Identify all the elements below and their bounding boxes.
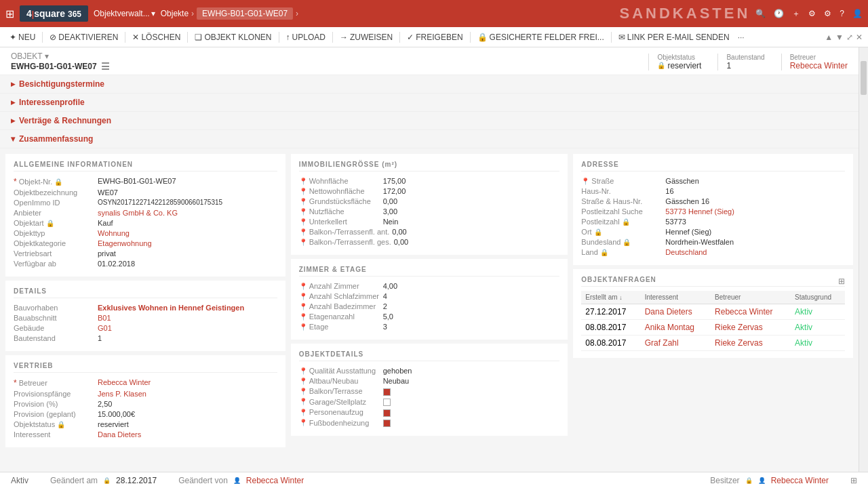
field-nettowohnflache: 📍 Nettowohnfläche 172,00 — [299, 187, 560, 195]
objektanfragen-title: OBJEKTANFRAGEN — [581, 276, 656, 286]
checkbox-checked-icon — [383, 409, 391, 417]
freigeben-button[interactable]: ✓ FREIGEBEN — [403, 31, 467, 43]
section-vertrage[interactable]: ▸ Verträge & Rechnungen — [0, 112, 859, 130]
field-wohnflache: 📍 Wohnfläche 175,00 — [299, 177, 560, 185]
balkon-checkbox[interactable] — [383, 387, 560, 396]
strasse-haus-nr-value: Gässchen 16 — [665, 197, 845, 205]
breadcrumb-current[interactable]: EWHG-B01-G01-WE07 — [197, 7, 293, 20]
chevron-down-icon[interactable]: ▾ — [45, 52, 49, 61]
link-email-button[interactable]: ✉ LINK PER E-MAIL SENDEN — [614, 31, 734, 43]
interessent-value[interactable]: Dana Dieters — [98, 430, 277, 439]
bautenstand-value: 1 — [726, 61, 764, 70]
field-badezimmer: 📍 Anzahl Badezimmer 2 — [299, 302, 560, 310]
section-zusammenfassung[interactable]: ▾ Zusammenfassung — [0, 130, 859, 148]
anbieter-value[interactable]: synalis GmbH & Co. KG — [98, 209, 277, 217]
section-interessenprofile[interactable]: ▸ Interessenprofile — [0, 94, 859, 112]
bauabschnitt-value[interactable]: B01 — [98, 314, 277, 322]
anfragen-table-header: Erstellt am ↓ Interessent Betreuer Statu… — [581, 291, 845, 304]
anfrage-date: 27.12.2017 — [581, 304, 640, 320]
zuweisen-button[interactable]: → ZUWEISEN — [336, 31, 397, 43]
geandert-von-value[interactable]: Rebecca Winter — [246, 476, 304, 485]
brand-logo[interactable]: 4|square 365 — [20, 5, 88, 22]
pin-icon: 📍 — [299, 323, 307, 331]
deaktivieren-icon: ⊘ — [50, 33, 56, 42]
col-erstellt-am[interactable]: Erstellt am ↓ — [581, 291, 640, 304]
etagenanzahl-value: 5,0 — [383, 312, 560, 321]
field-strasse-haus-nr: Straße & Haus-Nr. Gässchen 16 — [581, 197, 845, 205]
add-icon[interactable]: ＋ — [792, 8, 800, 20]
objekt-klonen-button[interactable]: ❑ OBJEKT KLONEN — [191, 31, 275, 43]
chevron-right-icon: ▸ — [11, 79, 15, 89]
besitzer-value[interactable]: Rebecca Winter — [771, 476, 829, 485]
anfrage-betreuer[interactable]: Rebecca Winter — [711, 304, 791, 320]
arrow-down-icon[interactable]: ▼ — [835, 33, 844, 42]
upload-button[interactable]: ↑ UPLOAD — [282, 31, 330, 43]
grid-icon[interactable]: ⊞ — [5, 7, 14, 20]
link-email-label: LINK PER E-MAIL SENDEN — [627, 33, 730, 42]
field-land: Land 🔒 Deutschland — [581, 248, 845, 256]
gebaude-value[interactable]: G01 — [98, 324, 277, 332]
bauvorhaben-value[interactable]: Exklusives Wohnen in Hennef Geistingen — [98, 304, 277, 312]
allgemeine-informationen-section: ALLGEMEINE INFORMATIONEN * Objekt-Nr. 🔒 … — [5, 154, 285, 277]
clock-icon[interactable]: 🕐 — [774, 9, 784, 18]
scrollbar[interactable] — [859, 47, 868, 476]
anfrage-interessent[interactable]: Anika Montag — [641, 320, 711, 336]
help-icon[interactable]: ? — [840, 9, 844, 18]
arrow-up-icon[interactable]: ▲ — [825, 33, 833, 42]
anfrage-betreuer[interactable]: Rieke Zervas — [711, 320, 791, 336]
scrollbar-thumb[interactable] — [861, 61, 867, 95]
plz-suche-value[interactable]: 53773 Hennef (Sieg) — [665, 207, 845, 216]
more-button[interactable]: ··· — [738, 33, 745, 42]
besitzer-label: Besitzer — [710, 476, 739, 485]
close-icon[interactable]: ✕ — [856, 33, 863, 42]
neu-button[interactable]: ✦ NEU — [5, 31, 39, 43]
settings-icon[interactable]: ⚙ — [824, 9, 831, 18]
fusbodenheizung-checkbox[interactable] — [383, 419, 560, 428]
loschen-button[interactable]: ✕ LÖSCHEN — [128, 31, 184, 43]
breadcrumb-expand-icon[interactable]: › — [296, 9, 298, 18]
field-objekttyp: Objekttyp Wohnung — [14, 229, 277, 237]
anfrage-interessent[interactable]: Graf Zahl — [641, 336, 711, 351]
pin-icon: 📍 — [299, 198, 307, 205]
objekttyp-value[interactable]: Wohnung — [98, 229, 277, 237]
filter-icon[interactable]: ⚙ — [808, 9, 816, 18]
pin-icon: 📍 — [299, 283, 307, 290]
col-statusgrund[interactable]: Statusgrund — [791, 291, 845, 304]
provisionspfange-value[interactable]: Jens P. Klasen — [98, 390, 277, 398]
list-icon[interactable]: ☰ — [101, 61, 110, 72]
section-besichtigungstermine[interactable]: ▸ Besichtigungstermine — [0, 75, 859, 94]
garage-checkbox[interactable] — [383, 398, 560, 407]
anfrage-interessent[interactable]: Dana Dieters — [641, 304, 711, 320]
grid-layout-icon[interactable]: ⊞ — [838, 277, 845, 286]
betreuer-value[interactable]: Rebecca Winter — [790, 61, 848, 70]
plz-value: 53773 — [665, 218, 845, 226]
field-bauabschnitt: Bauabschnitt B01 — [14, 314, 277, 322]
vertriebsart-value: privat — [98, 249, 277, 258]
search-icon[interactable]: 🔍 — [755, 9, 766, 18]
geandert-am-label: Geändert am — [50, 476, 98, 485]
field-anbieter: Anbieter synalis GmbH & Co. KG — [14, 209, 277, 217]
pin-icon: 📍 — [581, 178, 589, 185]
col-interessent[interactable]: Interessent — [641, 291, 711, 304]
user-icon[interactable]: 👤 — [852, 9, 863, 18]
vertrieb-title: VERTRIEB — [14, 362, 277, 373]
deaktivieren-button[interactable]: ⊘ DEAKTIVIEREN — [45, 31, 122, 43]
status-bar-icon[interactable]: ⊞ — [850, 476, 857, 485]
maximize-icon[interactable]: ⤢ — [846, 33, 853, 42]
betreuer-vertrieb-value[interactable]: Rebecca Winter — [98, 378, 277, 386]
anfrage-betreuer[interactable]: Rieke Zervas — [711, 336, 791, 351]
anfrage-status: Aktiv — [791, 304, 845, 320]
anfrage-date: 08.08.2017 — [581, 320, 640, 336]
personenaufzug-checkbox[interactable] — [383, 408, 560, 417]
breadcrumb-objekte[interactable]: Objekte — [161, 9, 189, 18]
field-strasse: 📍 Straße Gässchen — [581, 177, 845, 185]
felder-frei-button[interactable]: 🔒 GESICHERTE FELDER FREI... — [473, 31, 608, 43]
anfrage-status: Aktiv — [791, 336, 845, 351]
col-betreuer[interactable]: Betreuer — [711, 291, 791, 304]
pin-icon: 📍 — [299, 228, 307, 236]
app-dropdown[interactable]: Objektverwalt... ▾ — [94, 9, 155, 18]
zimmer-etage-title: ZIMMER & ETAGE — [299, 266, 560, 277]
land-value[interactable]: Deutschland — [665, 248, 845, 256]
clone-icon: ❑ — [195, 33, 202, 42]
objektkategorie-value[interactable]: Etagenwohnung — [98, 239, 277, 247]
